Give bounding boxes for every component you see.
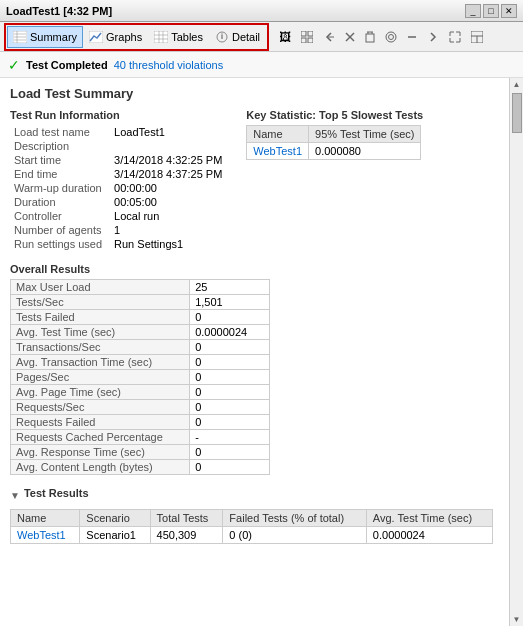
x-icon — [345, 32, 355, 42]
table-row: Start time3/14/2018 4:32:25 PM — [10, 153, 226, 167]
table-row: Warm-up duration00:00:00 — [10, 181, 226, 195]
overall-label: Requests/Sec — [11, 400, 190, 415]
table-row: Max User Load25 — [11, 280, 270, 295]
maximize-button[interactable]: □ — [483, 4, 499, 18]
graphs-icon — [89, 30, 103, 44]
table-row: Description — [10, 139, 226, 153]
webtest-result-link[interactable]: WebTest1 — [17, 529, 66, 541]
table-row: Duration00:05:00 — [10, 195, 226, 209]
scrollbar[interactable]: ▲ ▼ — [509, 78, 523, 626]
overall-value: 0 — [190, 445, 270, 460]
table-row: Tests/Sec1,501 — [11, 295, 270, 310]
summary-tab[interactable]: Summary — [7, 26, 83, 48]
status-bar: ✓ Test Completed 40 threshold violations — [0, 52, 523, 78]
close-x-button[interactable] — [341, 26, 359, 48]
column-header: Name — [247, 126, 309, 143]
overall-label: Tests/Sec — [11, 295, 190, 310]
graphs-tab[interactable]: Graphs — [83, 26, 148, 48]
overall-value: 1,501 — [190, 295, 270, 310]
minimize-button[interactable]: _ — [465, 4, 481, 18]
table-row: End time3/14/2018 4:37:25 PM — [10, 167, 226, 181]
scroll-up-arrow[interactable]: ▲ — [513, 78, 521, 91]
overall-label: Avg. Content Length (bytes) — [11, 460, 190, 475]
overall-label: Avg. Test Time (sec) — [11, 325, 190, 340]
scroll-thumb[interactable] — [512, 93, 522, 133]
table-row: ControllerLocal run — [10, 209, 226, 223]
delete-icon — [365, 31, 375, 43]
overall-label: Pages/Sec — [11, 370, 190, 385]
tr-total: 450,309 — [150, 527, 223, 544]
main-tabs-group: Summary Graphs — [4, 23, 269, 51]
collapse-arrow-icon[interactable]: ▼ — [10, 490, 20, 501]
overall-results-table: Max User Load25Tests/Sec1,501Tests Faile… — [10, 279, 270, 475]
svg-point-25 — [389, 34, 394, 39]
close-button[interactable]: ✕ — [501, 4, 517, 18]
table-row: Requests Failed0 — [11, 415, 270, 430]
image-button[interactable]: 🖼 — [275, 26, 295, 48]
delete-button[interactable] — [361, 26, 379, 48]
minus-button[interactable] — [403, 26, 421, 48]
overall-label: Avg. Response Time (sec) — [11, 445, 190, 460]
summary-icon — [13, 30, 27, 44]
run-info-value: 00:00:00 — [110, 181, 226, 195]
overall-value: 0.0000024 — [190, 325, 270, 340]
table-row: WebTest10.000080 — [247, 143, 421, 160]
overall-label: Requests Cached Percentage — [11, 430, 190, 445]
overall-value: 0 — [190, 400, 270, 415]
back-button[interactable] — [319, 26, 339, 48]
layout-button[interactable] — [467, 26, 487, 48]
settings-icon — [385, 31, 397, 43]
window-title: LoadTest1 [4:32 PM] — [6, 5, 112, 17]
extra-toolbar-buttons: 🖼 — [275, 26, 487, 48]
detail-tab[interactable]: Detail — [209, 26, 266, 48]
column-header: Avg. Test Time (sec) — [366, 510, 492, 527]
table-row: Load test nameLoadTest1 — [10, 125, 226, 139]
test-results-header: ▼ Test Results — [10, 487, 493, 503]
top-section: Test Run Information Load test nameLoadT… — [10, 109, 493, 251]
expand-button[interactable] — [445, 26, 465, 48]
tables-tab-label: Tables — [171, 31, 203, 43]
overall-value: 0 — [190, 460, 270, 475]
table-row: Avg. Test Time (sec)0.0000024 — [11, 325, 270, 340]
column-header: Name — [11, 510, 80, 527]
threshold-violations-link[interactable]: 40 threshold violations — [114, 59, 223, 71]
settings-button[interactable] — [381, 26, 401, 48]
main-content: Load Test Summary Test Run Information L… — [0, 78, 509, 626]
run-info-label: Load test name — [10, 125, 110, 139]
run-info-section: Test Run Information Load test nameLoadT… — [10, 109, 226, 251]
status-check-icon: ✓ — [8, 57, 20, 73]
tr-failed: 0 (0) — [223, 527, 367, 544]
table-row: Avg. Transaction Time (sec)0 — [11, 355, 270, 370]
minus-icon — [407, 32, 417, 42]
test-results-section: ▼ Test Results NameScenarioTotal TestsFa… — [10, 487, 493, 544]
run-info-value: 1 — [110, 223, 226, 237]
grid-button[interactable] — [297, 26, 317, 48]
forward-button[interactable] — [423, 26, 443, 48]
run-info-value: 3/14/2018 4:37:25 PM — [110, 167, 226, 181]
run-info-title: Test Run Information — [10, 109, 226, 121]
scroll-down-arrow[interactable]: ▼ — [513, 613, 521, 626]
run-info-value: 3/14/2018 4:32:25 PM — [110, 153, 226, 167]
graphs-tab-label: Graphs — [106, 31, 142, 43]
run-info-table: Load test nameLoadTest1DescriptionStart … — [10, 125, 226, 251]
table-row: Number of agents1 — [10, 223, 226, 237]
overall-label: Tests Failed — [11, 310, 190, 325]
table-row: Transactions/Sec0 — [11, 340, 270, 355]
table-row: Requests/Sec0 — [11, 400, 270, 415]
toolbar: Summary Graphs — [0, 22, 523, 52]
key-statistic-section: Key Statistic: Top 5 Slowest Tests Name9… — [246, 109, 423, 251]
forward-icon — [427, 31, 439, 43]
tables-tab[interactable]: Tables — [148, 26, 209, 48]
key-statistic-title: Key Statistic: Top 5 Slowest Tests — [246, 109, 423, 121]
detail-tab-label: Detail — [232, 31, 260, 43]
svg-rect-21 — [366, 34, 374, 42]
overall-value: 25 — [190, 280, 270, 295]
run-info-value — [110, 139, 226, 153]
tr-name: WebTest1 — [11, 527, 80, 544]
page-title: Load Test Summary — [10, 86, 493, 101]
table-row: Tests Failed0 — [11, 310, 270, 325]
webtest-link[interactable]: WebTest1 — [253, 145, 302, 157]
svg-point-13 — [221, 33, 223, 35]
run-info-label: End time — [10, 167, 110, 181]
column-header: 95% Test Time (sec) — [309, 126, 421, 143]
